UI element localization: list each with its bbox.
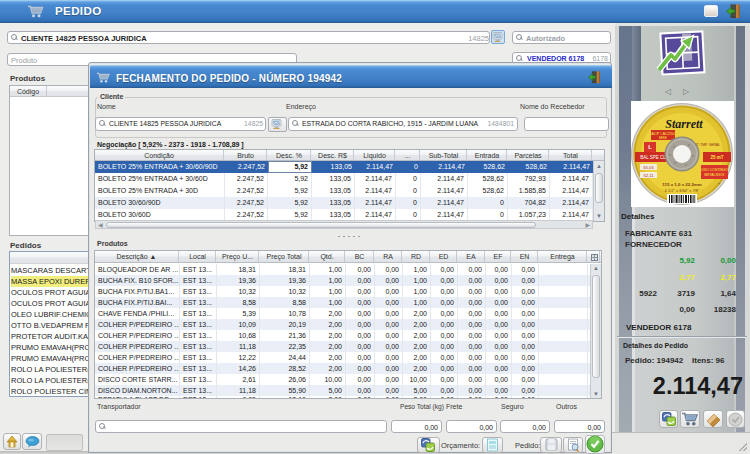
svg-text:115 x 1,0 x 22,2mm: 115 x 1,0 x 22,2mm [662,182,701,187]
svg-text:52,11: 52,11 [643,173,654,178]
svg-text:L: L [648,144,652,150]
svg-text:USO CONTINUO: USO CONTINUO [701,168,728,172]
svg-text:MSE: MSE [659,136,667,140]
svg-text:4 1/2" x 3/64" x 7/8": 4 1/2" x 3/64" x 7/8" [665,188,701,193]
svg-text:METAL/INOX: METAL/INOX [704,173,725,177]
svg-text:25 mT: 25 mT [710,155,723,160]
svg-text:Starrett: Starrett [665,117,703,131]
svg-text:55,05: 55,05 [643,165,654,170]
